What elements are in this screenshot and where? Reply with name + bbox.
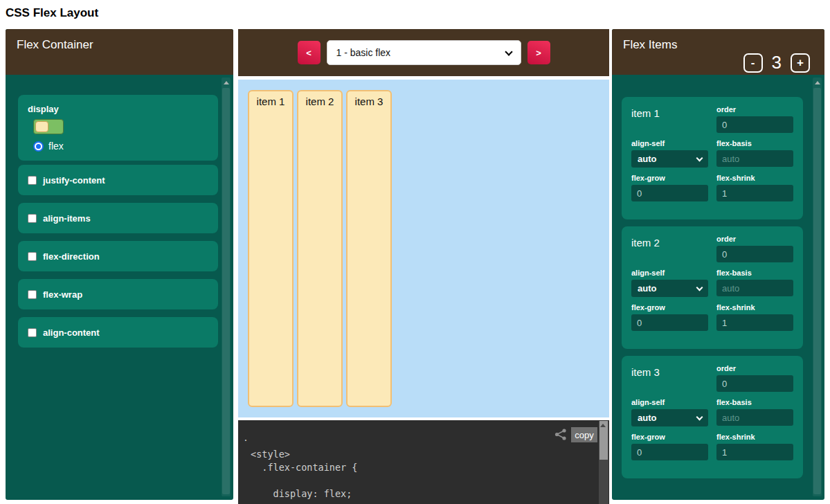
item-3-title: item 3 [631, 364, 708, 392]
align-items-label: align-items [43, 213, 91, 224]
item-2-flex-grow-input[interactable] [631, 314, 708, 331]
flex-items-panel: Flex Items - 3 + item 1 order align-self [612, 29, 824, 500]
code-panel: . <style> .flex-container { display: fle… [238, 420, 609, 504]
item-2-title: item 2 [631, 235, 708, 262]
item-2-card: item 2 order align-self auto flex-basis [622, 226, 803, 349]
flex-radio-row[interactable]: flex [33, 141, 208, 152]
item-1-card: item 1 order align-self auto flex-basis [622, 97, 803, 219]
flex-container-panel-body: display flex justify-content align-items [6, 75, 233, 500]
flex-shrink-label: flex-shrink [716, 433, 793, 441]
property-card-align-items[interactable]: align-items [18, 203, 218, 233]
flex-basis-label: flex-basis [716, 139, 793, 147]
flex-basis-label: flex-basis [716, 398, 793, 406]
flex-container-panel-header: Flex Container [6, 29, 233, 75]
code-scrollbar[interactable] [599, 421, 608, 504]
property-card-flex-wrap[interactable]: flex-wrap [18, 279, 218, 309]
left-scrollbar-thumb[interactable] [222, 88, 230, 494]
align-self-value: auto [638, 413, 656, 423]
property-card-flex-direction[interactable]: flex-direction [18, 241, 218, 271]
flex-shrink-label: flex-shrink [716, 303, 793, 312]
code-leading-dot: . [243, 433, 249, 443]
add-item-button[interactable]: + [791, 53, 810, 73]
property-card-justify-content[interactable]: justify-content [18, 165, 218, 195]
flex-direction-checkbox[interactable] [28, 252, 37, 261]
align-self-label: align-self [631, 139, 708, 147]
display-toggle-knob [35, 121, 48, 132]
item-2-flex-basis-input[interactable] [716, 280, 793, 296]
item-3-order-input[interactable] [716, 375, 793, 392]
preset-bar: < 1 - basic flex > [238, 29, 609, 76]
flex-container-panel-title: Flex Container [17, 38, 93, 51]
align-self-label: align-self [631, 269, 708, 277]
flex-items-panel-body: item 1 order align-self auto flex-basis [612, 75, 824, 500]
item-1-align-self-select[interactable]: auto [631, 150, 708, 168]
order-label: order [716, 105, 793, 114]
align-content-checkbox[interactable] [28, 328, 37, 337]
copy-button[interactable]: copy [571, 427, 597, 442]
align-content-label: align-content [43, 327, 100, 338]
flex-radio-label: flex [48, 141, 64, 152]
item-2-flex-shrink-input[interactable] [716, 314, 793, 331]
item-1-flex-shrink-input[interactable] [716, 185, 793, 201]
flex-grow-label: flex-grow [631, 174, 708, 182]
flex-basis-label: flex-basis [716, 269, 793, 277]
item-1-title: item 1 [631, 105, 708, 133]
order-label: order [716, 364, 793, 372]
preset-select[interactable]: 1 - basic flex [327, 40, 521, 65]
align-self-value: auto [638, 283, 656, 294]
scroll-up-arrow-icon[interactable] [224, 81, 229, 84]
scroll-up-arrow-icon[interactable] [600, 424, 606, 427]
display-card: display flex [18, 95, 218, 161]
chevron-down-icon [505, 48, 512, 55]
flex-shrink-label: flex-shrink [716, 174, 793, 182]
align-self-label: align-self [631, 398, 708, 406]
item-1-flex-basis-input[interactable] [716, 150, 793, 167]
display-toggle[interactable] [33, 119, 64, 134]
next-preset-button[interactable]: > [527, 41, 550, 64]
code-line: display: flex; [251, 487, 357, 501]
item-count-control: - 3 + [743, 52, 810, 73]
item-2-align-self-select[interactable]: auto [631, 280, 708, 297]
flex-items-panel-header: Flex Items - 3 + [612, 29, 824, 75]
flex-radio-button[interactable] [33, 141, 44, 152]
chevron-down-icon [696, 414, 703, 421]
item-3-align-self-select[interactable]: auto [631, 409, 708, 426]
justify-content-checkbox[interactable] [28, 176, 37, 185]
item-1-flex-grow-input[interactable] [631, 185, 708, 201]
flex-wrap-label: flex-wrap [43, 289, 82, 300]
display-label: display [28, 104, 208, 114]
item-3-flex-basis-input[interactable] [716, 409, 793, 426]
chevron-down-icon [696, 155, 703, 162]
item-3-card: item 3 order align-self auto flex-basis [622, 356, 803, 478]
demo-flex-item-1: item 1 [248, 90, 294, 407]
demo-flex-item-2: item 2 [297, 90, 343, 407]
align-items-checkbox[interactable] [28, 214, 37, 223]
app-root: CSS Flex Layout Flex Container display f… [0, 0, 830, 504]
order-label: order [716, 235, 793, 243]
right-scrollbar-thumb[interactable] [813, 88, 821, 494]
flex-container-panel: Flex Container display flex justify-cont… [6, 29, 233, 500]
prev-preset-button[interactable]: < [298, 41, 321, 64]
item-1-order-input[interactable] [716, 116, 793, 133]
left-panel-scrollbar[interactable] [222, 78, 231, 496]
item-count-value: 3 [772, 52, 782, 73]
scroll-up-arrow-icon[interactable] [815, 81, 820, 84]
item-3-flex-grow-input[interactable] [631, 444, 708, 460]
flex-wrap-checkbox[interactable] [28, 290, 37, 299]
remove-item-button[interactable]: - [743, 53, 763, 73]
demo-flex-item-3: item 3 [346, 90, 392, 407]
right-panel-scrollbar[interactable] [813, 78, 822, 496]
code-line [251, 474, 357, 487]
page-title: CSS Flex Layout [6, 6, 98, 20]
flex-direction-label: flex-direction [43, 251, 100, 262]
item-2-order-input[interactable] [716, 246, 793, 262]
flex-grow-label: flex-grow [631, 303, 708, 312]
flex-grow-label: flex-grow [631, 433, 708, 441]
align-self-value: auto [638, 154, 656, 164]
property-card-align-content[interactable]: align-content [18, 317, 218, 348]
item-3-flex-shrink-input[interactable] [716, 444, 793, 460]
share-icon[interactable] [554, 429, 567, 443]
preset-select-value: 1 - basic flex [336, 47, 391, 58]
flex-demo-container: item 1 item 2 item 3 [238, 80, 609, 417]
code-line: .flex-container { [251, 461, 357, 474]
